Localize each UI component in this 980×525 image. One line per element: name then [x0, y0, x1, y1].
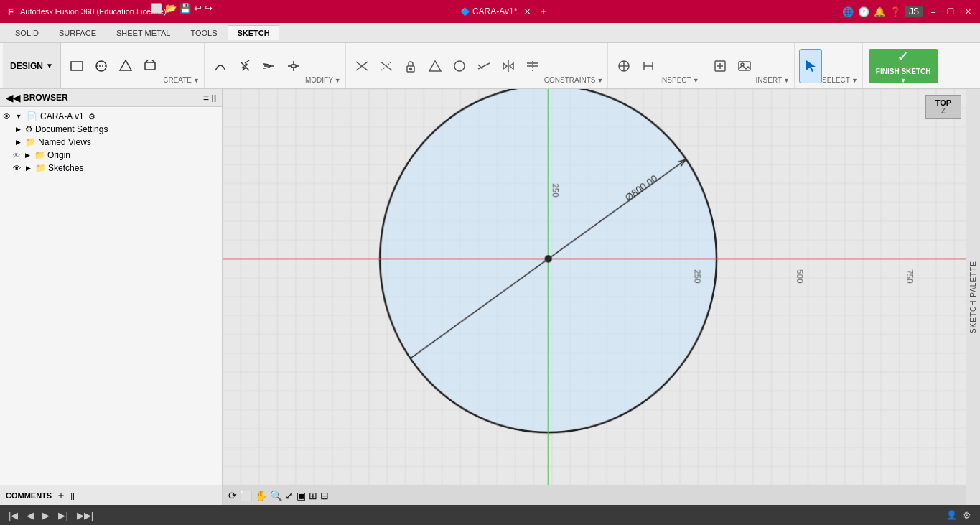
modify-chevron-icon: ▼	[335, 77, 341, 84]
timeline-play-icon[interactable]: ▶	[39, 508, 52, 522]
tree-origin[interactable]: 👁 ▶ 📁 Origin	[10, 149, 222, 162]
tab-sheet-metal[interactable]: SHEET METAL	[107, 25, 179, 40]
view-indicator[interactable]: TOP Z	[925, 95, 961, 119]
comments-resize-icon[interactable]: ||	[70, 491, 75, 500]
history-icon[interactable]: 🕐	[858, 6, 869, 17]
sketch-palette-panel[interactable]: SKETCH PALETTE	[966, 89, 980, 505]
constraint-extra-btn[interactable]	[521, 49, 544, 83]
pan-icon[interactable]: ✋	[255, 490, 267, 501]
collinear-constraint-btn[interactable]	[375, 49, 398, 83]
tree-document-settings[interactable]: ▶ ⚙ Document Settings	[10, 123, 222, 136]
open-file-icon[interactable]: 📂	[165, 3, 177, 14]
redo-icon[interactable]: ↪	[205, 3, 213, 14]
zoom-fit-icon[interactable]: ⤢	[285, 490, 294, 501]
tree-root-arrow[interactable]: ▼	[14, 111, 24, 121]
tree-sketches[interactable]: 👁 ▶ 📁 Sketches	[10, 162, 222, 175]
grid-settings-icon[interactable]: ⊟	[320, 490, 329, 501]
online-icon[interactable]: 🌐	[842, 6, 854, 17]
tree-named-views[interactable]: ▶ 📁 Named Views	[10, 136, 222, 149]
display-mode-icon[interactable]: ▣	[297, 490, 306, 501]
svg-point-10	[243, 67, 244, 68]
zoom-icon[interactable]: 🔍	[270, 490, 282, 501]
tree-eye-icon[interactable]: 👁	[3, 112, 11, 121]
add-comment-icon[interactable]: ＋	[56, 489, 66, 502]
svg-point-11	[246, 64, 247, 65]
lock-constraint-btn[interactable]	[399, 49, 422, 83]
grid-icon[interactable]: ⊞	[309, 490, 317, 501]
user-avatar[interactable]: JS	[905, 6, 923, 17]
save-icon[interactable]: 💾	[179, 3, 191, 14]
tab-solid[interactable]: SOLID	[6, 25, 48, 40]
select-btn[interactable]	[799, 49, 822, 83]
svg-marker-27	[503, 63, 507, 69]
view-cube-icon[interactable]: ⬜	[240, 490, 252, 501]
extend-tool-btn[interactable]	[258, 49, 281, 83]
svg-rect-15	[291, 65, 296, 68]
browser-menu-icon[interactable]: ≡	[203, 92, 209, 103]
inspect-label: INSPECT	[660, 76, 691, 84]
triangle-constraint-btn[interactable]	[424, 49, 447, 83]
modify-label: MODIFY	[305, 76, 333, 84]
notification-icon[interactable]: 🔔	[874, 6, 885, 17]
tab-tools[interactable]: TOOLS	[181, 25, 226, 40]
tangent-constraint-btn[interactable]	[472, 49, 495, 83]
undo-icon[interactable]: ↩	[194, 3, 202, 14]
tree-arrow-origin[interactable]: ▶	[22, 150, 32, 160]
titlebar-left: F Autodesk Fusion 360 (Education License…	[6, 6, 167, 18]
svg-rect-0	[71, 62, 83, 70]
circle-tool-btn[interactable]	[90, 49, 113, 83]
svg-point-1	[96, 61, 106, 71]
insert-img-btn[interactable]	[733, 49, 756, 83]
dimension-btn[interactable]	[637, 49, 660, 83]
new-file-icon[interactable]: ⬜	[151, 3, 162, 14]
trim-tool-btn[interactable]	[233, 49, 256, 83]
sketch-canvas[interactable]	[223, 89, 980, 505]
design-button[interactable]: DESIGN ▼	[3, 43, 61, 88]
circle-constraint-btn[interactable]	[448, 49, 471, 83]
browser-collapse-icon[interactable]: ◀◀	[6, 93, 20, 103]
tree-root-item[interactable]: 👁 ▼ 📄 CARA-A v1 ⚙	[0, 110, 222, 123]
finish-sketch-button[interactable]: ✓ FINISH SKETCH ▼	[869, 49, 938, 83]
gear-icon-doc: ⚙	[25, 124, 33, 134]
measure-btn[interactable]	[612, 49, 635, 83]
restore-button[interactable]: ❐	[944, 5, 957, 18]
tree-arrow-doc[interactable]: ▶	[13, 124, 23, 134]
browser-resize-icon[interactable]: ||	[212, 93, 216, 102]
design-chevron-icon: ▼	[46, 62, 53, 70]
canvas-area[interactable]: TOP Z SKETCH PALETTE ⟳ ⬜ ✋ 🔍 ⤢ ▣ ⊞ ⊟	[223, 89, 980, 505]
tab-sketch[interactable]: SKETCH	[228, 25, 279, 40]
help-icon[interactable]: ❓	[890, 6, 901, 17]
mirror-tool-btn[interactable]	[497, 49, 520, 83]
coincident-constraint-btn[interactable]	[350, 49, 373, 83]
timeline-avatar-icon[interactable]: 👤	[946, 510, 957, 520]
checkmark-icon: ✓	[897, 47, 910, 66]
doc-close-icon[interactable]: ✕	[524, 7, 531, 16]
tab-surface[interactable]: SURFACE	[50, 25, 106, 40]
close-button[interactable]: ✕	[961, 5, 974, 18]
timeline-start-icon[interactable]: |◀	[6, 508, 21, 522]
sketch-fillet-btn[interactable]	[282, 49, 305, 83]
constraints-chevron-icon: ▼	[597, 77, 603, 84]
add-tab-icon[interactable]: ＋	[538, 5, 549, 17]
rectangle-tool-btn[interactable]	[65, 49, 88, 83]
tree-eye-origin[interactable]: 👁	[13, 152, 20, 159]
point-tool-btn[interactable]	[139, 49, 162, 83]
tree-arrow-views[interactable]: ▶	[13, 137, 23, 147]
select-chevron-icon: ▼	[851, 77, 858, 84]
orbit-icon[interactable]: ⟳	[228, 490, 237, 501]
view-top-label: TOP	[933, 98, 953, 107]
line-tool-btn[interactable]	[114, 49, 137, 83]
timeline-settings-icon[interactable]: ⚙	[960, 508, 974, 522]
timeline-prev-icon[interactable]: ◀	[24, 508, 37, 522]
minimize-button[interactable]: –	[927, 5, 940, 18]
settings-gear-icon[interactable]: ⚙	[88, 112, 95, 121]
tree-eye-sketches[interactable]: 👁	[13, 164, 21, 172]
timeline-end-icon[interactable]: ▶▶|	[74, 508, 96, 522]
insert-obj-btn[interactable]	[709, 49, 732, 83]
arc-tool-btn[interactable]	[209, 49, 232, 83]
tree-arrow-sketches[interactable]: ▶	[23, 163, 33, 173]
tree-named-views-label: Named Views	[38, 137, 91, 147]
browser-header: ◀◀ BROWSER ≡ ||	[0, 89, 222, 107]
timeline-next-icon[interactable]: ▶|	[55, 508, 70, 522]
titlebar: F Autodesk Fusion 360 (Education License…	[0, 0, 980, 23]
